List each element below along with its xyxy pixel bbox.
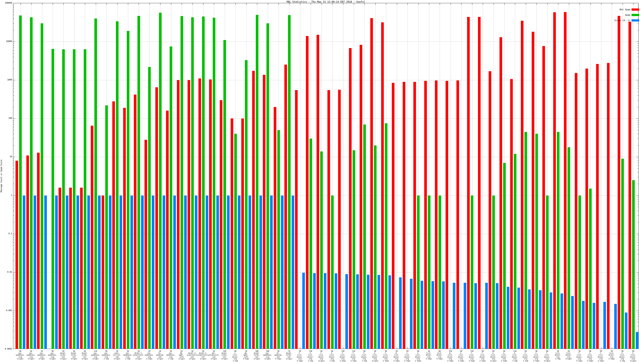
y-minor-tick (638, 53, 638, 53)
x-tick (483, 3, 483, 5)
x-group-label: 40 2. list. dnswl. org 2 hops (455, 350, 467, 362)
y-minor-tick (13, 130, 14, 130)
bar-score (528, 289, 531, 349)
y-minor-tick (13, 276, 14, 276)
x-group-label: 90 2. list. dnswl. org 2 hops (530, 350, 542, 362)
x-tick (236, 3, 236, 5)
bar-spam (546, 195, 548, 349)
y-tick-label: 0.01 (0, 271, 12, 273)
y-minor-tick (13, 89, 14, 89)
bar-not-spam (58, 188, 61, 349)
y-tick-label: 100 (0, 117, 12, 119)
x-tick (408, 347, 408, 349)
y-minor-tick (638, 314, 638, 315)
y-minor-tick (13, 18, 14, 19)
bar-not-spam (16, 161, 18, 349)
not-spam-swatch (632, 8, 639, 11)
y-minor-tick (13, 161, 14, 161)
bar-not-spam (155, 87, 158, 349)
x-group-label: 110 zen. spamhaus. org origin (90, 350, 102, 360)
y-minor-tick (13, 159, 14, 159)
bar-score (420, 281, 423, 349)
bar-score (464, 283, 466, 349)
y-minor-tick (13, 292, 14, 293)
x-group-label: 100 dnsbl. sorbs. net origin (251, 350, 263, 360)
bar-score (23, 195, 25, 349)
x-group-label: 90 Y. list. dnswl. org 1 hop (520, 350, 532, 362)
bar-score (195, 195, 198, 349)
x-tick (536, 3, 537, 5)
bar-spam (632, 180, 635, 349)
bar-score (44, 195, 47, 349)
bar-spam (52, 49, 54, 349)
y-minor-tick (13, 197, 14, 197)
bar-not-spam (618, 16, 620, 349)
bar-spam (492, 195, 495, 349)
x-tick (429, 3, 429, 5)
bar-spam (202, 16, 205, 349)
x-group-label: 20 ubl. unsubscore. com origin (208, 350, 220, 360)
y-minor-tick (13, 338, 14, 338)
x-group-label: 20 dnsbl. sorbs. net origin (57, 350, 69, 360)
bar-score (55, 195, 58, 349)
bar-score (98, 195, 100, 349)
bar-score (432, 281, 434, 349)
y-minor-tick (13, 45, 14, 46)
bar-spam (84, 49, 86, 349)
y-tick-label: 0.001 (0, 309, 12, 312)
x-tick (612, 347, 612, 349)
y-major-tick (13, 311, 15, 311)
x-group-label: 100 zen. spamhaus. org origin (262, 350, 274, 360)
bar-not-spam (328, 90, 330, 349)
bar-spam (62, 49, 65, 349)
y-minor-tick (638, 245, 638, 246)
bar-spam (19, 15, 22, 349)
y-minor-tick (13, 284, 14, 284)
x-group-label: 10 list. dnswl. org 5 hops (423, 350, 435, 360)
x-gridline (450, 3, 451, 349)
y-minor-tick (638, 92, 638, 92)
y-minor-tick (638, 238, 638, 238)
y-minor-tick (13, 5, 14, 5)
x-tick (96, 3, 96, 5)
y-minor-tick (638, 278, 638, 278)
x-tick (106, 3, 107, 5)
legend-label-spam: Spam (625, 14, 630, 16)
bar-spam (310, 139, 312, 349)
x-gridline (408, 3, 408, 349)
x-group-label: 110 3. list. dnswl. org 1 hop (509, 350, 521, 362)
x-tick (450, 347, 451, 349)
y-minor-tick (13, 53, 14, 53)
x-group-label: 20 db. wpbl. info origin (176, 350, 188, 360)
x-tick (354, 3, 354, 5)
bar-not-spam (521, 21, 524, 349)
y-minor-tick (13, 215, 14, 216)
x-group-label: 110 Y. list. dnswl. org 3 hops (348, 350, 360, 362)
x-gridline (461, 3, 462, 349)
bar-score (216, 195, 219, 349)
x-group-label: 50 Y. list. dnswl. org 5 hops (573, 350, 586, 362)
bar-not-spam (274, 107, 276, 349)
x-tick (633, 3, 634, 5)
bar-spam (589, 189, 592, 349)
y-minor-tick (638, 159, 638, 159)
x-group-label: 20 dnsbl-2. uceprotect. net origin (197, 350, 209, 360)
y-minor-tick (13, 274, 14, 274)
y-major-tick (13, 234, 15, 234)
x-tick (171, 3, 171, 5)
bar-not-spam (37, 153, 40, 349)
bar-spam (41, 23, 43, 349)
x-tick (117, 3, 118, 5)
bar-spam (148, 67, 151, 349)
legend-label-not-spam: Not Spam (620, 8, 630, 11)
y-minor-tick (13, 207, 14, 207)
bar-spam (524, 132, 527, 349)
y-minor-tick (13, 278, 14, 278)
y-minor-tick (638, 50, 638, 50)
y-axis-title: Message Count or Spam Score (0, 1, 2, 351)
bar-not-spam (467, 17, 470, 349)
y-minor-tick (638, 48, 638, 48)
bar-score (485, 283, 488, 349)
bar-score (238, 195, 240, 349)
bar-spam (116, 21, 118, 349)
